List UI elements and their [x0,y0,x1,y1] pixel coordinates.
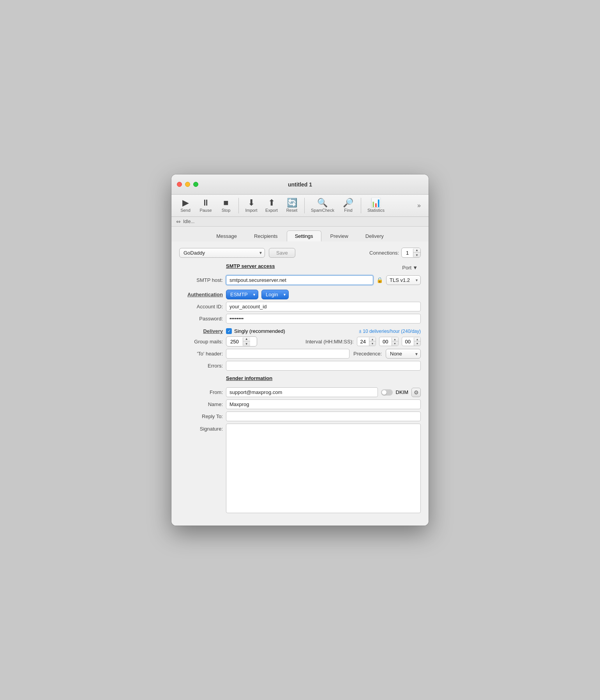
singly-checkbox[interactable]: ✓ [226,328,232,334]
signature-row: Signature: [179,424,421,513]
tab-settings[interactable]: Settings [287,230,321,241]
interval-seconds-value: 00 [402,338,414,346]
to-header-input[interactable] [226,349,349,359]
interval-hours-down[interactable]: ▼ [369,341,376,346]
reset-label: Reset [286,208,298,213]
interval-minutes: 00 ▲ ▼ [379,337,398,346]
tab-preview[interactable]: Preview [322,230,356,241]
delivery-singly-row: Delivery ✓ Singly (recommended) ± 10 del… [179,328,421,334]
to-header-prec-row: 'To' header: Precedence: None ▼ [179,349,421,359]
delivery-section: Delivery ✓ Singly (recommended) ± 10 del… [179,328,421,371]
group-mails-stepper-buttons: ▲ ▼ [243,337,250,346]
profile-select[interactable]: GoDaddy [179,248,265,258]
titlebar: untitled 1 [171,174,429,195]
connections-decrement[interactable]: ▼ [413,253,420,257]
errors-row: Errors: [179,361,421,371]
login-select-wrap: Login ▼ [261,290,289,299]
profile-row: GoDaddy ▼ Save Connections: 1 ▲ ▼ [179,248,421,258]
delivery-hint: ± 10 deliveries/hour (240/day) [359,329,421,334]
stop-label: Stop [222,208,231,213]
interval-seconds-up[interactable]: ▲ [414,337,420,341]
from-row: From: DKIM ⚙ [179,387,421,397]
reply-to-row: Reply To: [179,412,421,421]
dkim-settings-button[interactable]: ⚙ [411,388,421,397]
password-input[interactable] [226,314,421,324]
sender-section-title: Sender information [226,375,272,381]
connections-label: Connections: [369,250,399,256]
close-button[interactable] [177,182,182,187]
separator-3 [361,198,361,213]
from-label: From: [179,389,226,395]
minimize-button[interactable] [185,182,190,187]
esmtp-select[interactable]: ESMTP [226,290,258,299]
interval-hours-buttons: ▲ ▼ [369,337,376,346]
find-button[interactable]: 🔎 Find [339,197,358,214]
name-row: Name: [179,399,421,409]
login-select[interactable]: Login [261,290,289,299]
singly-checkbox-wrap: ✓ Singly (recommended) [226,328,285,334]
find-label: Find [344,208,352,213]
interval-minutes-up[interactable]: ▲ [392,337,398,341]
maximize-button[interactable] [193,182,198,187]
name-input[interactable] [226,399,421,409]
precedence-select[interactable]: None [386,349,421,359]
smtp-host-input[interactable] [226,275,373,285]
interval-seconds-buttons: ▲ ▼ [414,337,420,346]
from-input[interactable] [226,387,378,397]
main-window: untitled 1 ▶ Send ⏸ Pause ■ Stop ⬇ Impor… [171,174,429,526]
interval-label: Interval (HH:MM:SS): [305,339,354,345]
interval-minutes-value: 00 [379,338,392,346]
statistics-button[interactable]: 📊 Statistics [364,197,388,214]
separator-2 [304,198,305,213]
password-label: Password: [179,316,226,322]
port-text: Port [402,265,411,271]
spamcheck-button[interactable]: 🔍 SpamCheck [308,197,337,214]
pause-button[interactable]: ⏸ Pause [196,197,215,214]
account-input[interactable] [226,302,421,311]
tab-delivery[interactable]: Delivery [357,230,392,241]
pause-label: Pause [199,208,212,213]
interval-seconds: 00 ▲ ▼ [402,337,421,346]
connections-stepper-buttons: ▲ ▼ [413,248,420,257]
delivery-label: Delivery [179,328,226,334]
group-mails-increment[interactable]: ▲ [243,337,250,341]
errors-input[interactable] [226,361,421,371]
tls-select[interactable]: TLS v1.2 [386,275,421,285]
statistics-icon: 📊 [371,199,381,207]
tab-recipients[interactable]: Recipients [246,230,286,241]
connections-increment[interactable]: ▲ [413,248,420,253]
tabbar: Message Recipients Settings Preview Deli… [171,227,429,241]
interval-minutes-down[interactable]: ▼ [392,341,398,346]
group-mails-decrement[interactable]: ▼ [243,341,250,346]
find-icon: 🔎 [343,199,353,207]
errors-label: Errors: [179,363,226,369]
interval-hours-up[interactable]: ▲ [369,337,376,341]
interval-seconds-down[interactable]: ▼ [414,341,420,346]
export-button[interactable]: ⬆ Export [262,197,281,214]
connections-wrap: Connections: 1 ▲ ▼ [369,248,421,258]
stop-button[interactable]: ■ Stop [217,197,235,214]
smtp-host-row: SMTP host: 🔒 TLS v1.2 ▼ [179,275,421,285]
export-label: Export [265,208,278,213]
reset-button[interactable]: 🔄 Reset [282,197,301,214]
signature-textarea[interactable] [226,424,421,513]
reply-to-label: Reply To: [179,413,226,419]
interval-row: Interval (HH:MM:SS): 24 ▲ ▼ 00 ▲ [305,337,421,346]
import-button[interactable]: ⬇ Import [242,197,261,214]
more-button[interactable]: » [414,201,424,211]
statistics-label: Statistics [367,208,385,213]
connections-stepper: 1 ▲ ▼ [401,248,421,258]
tls-select-wrap: 🔒 TLS v1.2 ▼ [376,275,421,285]
pause-icon: ⏸ [201,199,210,207]
toolbar: ▶ Send ⏸ Pause ■ Stop ⬇ Import ⬆ Export … [171,195,429,217]
reply-to-input[interactable] [226,412,421,421]
group-mails-value: 250 [226,338,243,346]
interval-hours-value: 24 [357,338,369,346]
save-button[interactable]: Save [269,248,295,258]
send-button[interactable]: ▶ Send [176,197,195,214]
settings-content: GoDaddy ▼ Save Connections: 1 ▲ ▼ [171,241,429,526]
to-header-label: 'To' header: [179,351,226,357]
dkim-toggle[interactable] [381,389,393,396]
reset-icon: 🔄 [287,199,297,207]
tab-message[interactable]: Message [208,230,245,241]
